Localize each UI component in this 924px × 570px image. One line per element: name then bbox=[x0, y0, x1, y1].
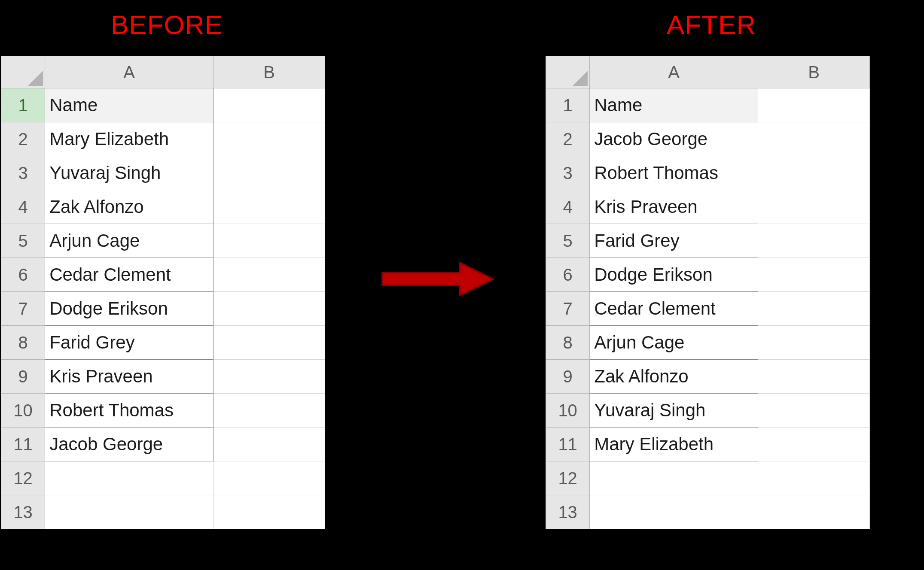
cell-name[interactable]: Yuvaraj Singh bbox=[45, 156, 213, 190]
cell[interactable] bbox=[213, 88, 325, 122]
cell[interactable] bbox=[213, 428, 325, 461]
cell[interactable] bbox=[213, 495, 325, 529]
row-header[interactable]: 1 bbox=[546, 88, 590, 122]
cell[interactable] bbox=[213, 122, 325, 156]
row-header[interactable]: 13 bbox=[1, 495, 45, 529]
row-header[interactable]: 10 bbox=[546, 394, 590, 428]
row-header[interactable]: 7 bbox=[546, 292, 590, 326]
cell-name[interactable]: Cedar Clement bbox=[590, 292, 758, 326]
column-header-b[interactable]: B bbox=[758, 56, 870, 88]
row-header[interactable]: 4 bbox=[1, 190, 45, 224]
before-spreadsheet[interactable]: A B 1 Name 2 Mary Elizabeth 3 Yuvaraj Si… bbox=[1, 56, 325, 529]
row-header[interactable]: 10 bbox=[1, 394, 45, 428]
cell[interactable] bbox=[213, 292, 325, 326]
column-header-a[interactable]: A bbox=[590, 56, 758, 88]
row-header[interactable]: 1 bbox=[1, 88, 45, 122]
cell[interactable] bbox=[758, 88, 870, 122]
cell[interactable] bbox=[213, 394, 325, 428]
cell-name[interactable]: Robert Thomas bbox=[590, 156, 758, 190]
cell-name[interactable]: Kris Praveen bbox=[45, 360, 213, 394]
svg-marker-0 bbox=[27, 71, 43, 86]
cell-name[interactable]: Farid Grey bbox=[45, 326, 213, 360]
cell[interactable] bbox=[213, 190, 325, 224]
cell-name[interactable]: Yuvaraj Singh bbox=[590, 394, 758, 428]
svg-marker-1 bbox=[572, 71, 588, 86]
cell[interactable] bbox=[758, 258, 870, 292]
row-header[interactable]: 3 bbox=[1, 156, 45, 190]
row-header[interactable]: 8 bbox=[546, 326, 590, 360]
cell[interactable] bbox=[758, 224, 870, 258]
cell[interactable] bbox=[758, 428, 870, 461]
cell[interactable] bbox=[213, 258, 325, 292]
row-header[interactable]: 5 bbox=[1, 224, 45, 258]
cell-name[interactable]: Jacob George bbox=[590, 122, 758, 156]
cell-name[interactable]: Robert Thomas bbox=[45, 394, 213, 428]
after-title: AFTER bbox=[667, 9, 756, 40]
arrow-right-icon bbox=[378, 258, 498, 300]
cell[interactable] bbox=[758, 122, 870, 156]
row-header[interactable]: 8 bbox=[1, 326, 45, 360]
cell[interactable] bbox=[590, 461, 758, 495]
cell-name[interactable]: Zak Alfonzo bbox=[590, 360, 758, 394]
cell[interactable] bbox=[590, 495, 758, 529]
cell-name[interactable]: Cedar Clement bbox=[45, 258, 213, 292]
row-header[interactable]: 6 bbox=[1, 258, 45, 292]
cell[interactable] bbox=[45, 461, 213, 495]
row-header[interactable]: 4 bbox=[546, 190, 590, 224]
cell-name[interactable]: Mary Elizabeth bbox=[590, 428, 758, 461]
row-header[interactable]: 9 bbox=[546, 360, 590, 394]
column-header-b[interactable]: B bbox=[213, 56, 325, 88]
cell-name[interactable]: Farid Grey bbox=[590, 224, 758, 258]
cell[interactable] bbox=[758, 394, 870, 428]
cell-header-name[interactable]: Name bbox=[590, 88, 758, 122]
row-header[interactable]: 12 bbox=[1, 461, 45, 495]
cell[interactable] bbox=[213, 326, 325, 360]
cell[interactable] bbox=[758, 326, 870, 360]
before-title: BEFORE bbox=[111, 9, 223, 40]
row-header[interactable]: 5 bbox=[546, 224, 590, 258]
cell-name[interactable]: Arjun Cage bbox=[45, 224, 213, 258]
cell-name[interactable]: Dodge Erikson bbox=[590, 258, 758, 292]
row-header[interactable]: 9 bbox=[1, 360, 45, 394]
select-all-triangle-icon bbox=[27, 71, 43, 86]
row-header[interactable]: 13 bbox=[546, 495, 590, 529]
cell[interactable] bbox=[758, 495, 870, 529]
cell[interactable] bbox=[213, 360, 325, 394]
row-header[interactable]: 7 bbox=[1, 292, 45, 326]
after-spreadsheet[interactable]: A B 1 Name 2 Jacob George 3 Robert Thoma… bbox=[546, 56, 870, 529]
cell[interactable] bbox=[758, 156, 870, 190]
cell[interactable] bbox=[213, 224, 325, 258]
cell[interactable] bbox=[758, 360, 870, 394]
row-header[interactable]: 2 bbox=[1, 122, 45, 156]
row-header[interactable]: 6 bbox=[546, 258, 590, 292]
cell[interactable] bbox=[758, 190, 870, 224]
cell-name[interactable]: Dodge Erikson bbox=[45, 292, 213, 326]
row-header[interactable]: 2 bbox=[546, 122, 590, 156]
cell-name[interactable]: Mary Elizabeth bbox=[45, 122, 213, 156]
cell-name[interactable]: Kris Praveen bbox=[590, 190, 758, 224]
cell[interactable] bbox=[213, 461, 325, 495]
cell[interactable] bbox=[45, 495, 213, 529]
select-all-corner[interactable] bbox=[546, 56, 590, 88]
row-header[interactable]: 11 bbox=[546, 428, 590, 461]
cell-header-name[interactable]: Name bbox=[45, 88, 213, 122]
cell-name[interactable]: Arjun Cage bbox=[590, 326, 758, 360]
column-header-a[interactable]: A bbox=[45, 56, 213, 88]
cell[interactable] bbox=[213, 156, 325, 190]
cell-name[interactable]: Zak Alfonzo bbox=[45, 190, 213, 224]
select-all-corner[interactable] bbox=[1, 56, 45, 88]
cell-name[interactable]: Jacob George bbox=[45, 428, 213, 461]
cell[interactable] bbox=[758, 292, 870, 326]
cell[interactable] bbox=[758, 461, 870, 495]
row-header[interactable]: 12 bbox=[546, 461, 590, 495]
select-all-triangle-icon bbox=[572, 71, 588, 86]
row-header[interactable]: 11 bbox=[1, 428, 45, 461]
row-header[interactable]: 3 bbox=[546, 156, 590, 190]
